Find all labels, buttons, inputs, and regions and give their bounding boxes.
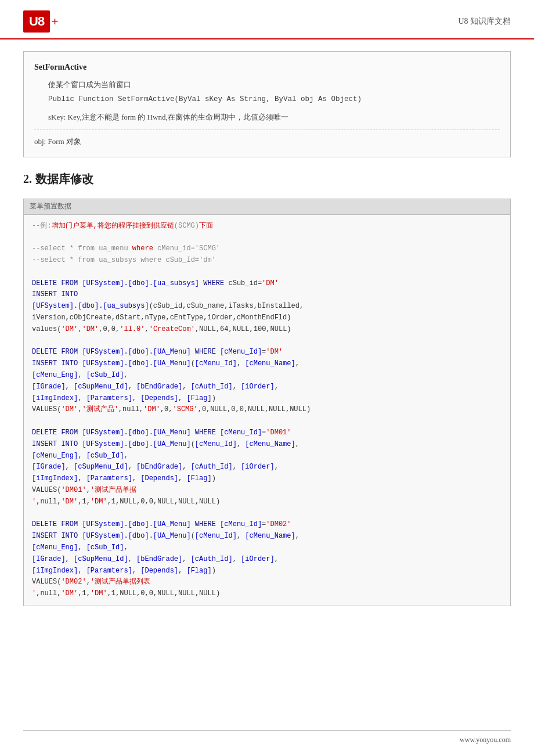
logo-plus: + — [51, 14, 59, 29]
section-2-heading: 2. 数据库修改 — [23, 171, 511, 187]
code-block-title: 菜单预置数据 — [24, 199, 510, 215]
footer-url: www.yonyou.com — [460, 736, 511, 744]
code-content: --例:增加门户菜单,将您的程序挂接到供应链(SCMG)下面 --select … — [24, 215, 510, 606]
code-block: 菜单预置数据 --例:增加门户菜单,将您的程序挂接到供应链(SCMG)下面 --… — [23, 199, 511, 606]
func-sig: Public Function SetFormActive(ByVal sKey… — [48, 93, 500, 106]
section-title: 数据库修改 — [35, 171, 93, 187]
logo-text: U8 — [23, 10, 50, 33]
param2: obj: Form 对象 — [34, 129, 500, 148]
func-desc: 使某个窗口成为当前窗口 — [48, 78, 500, 91]
func-name: SetFormActive — [34, 60, 500, 74]
info-box: SetFormActive 使某个窗口成为当前窗口 Public Functio… — [23, 51, 511, 157]
logo-block: U8+ — [23, 10, 59, 33]
footer: www.yonyou.com — [23, 730, 511, 744]
param1: sKey: Key,注意不能是 form 的 Hwnd,在窗体的生命周期中，此值… — [48, 110, 500, 124]
section-num: 2. — [23, 172, 32, 186]
header: U8+ U8 知识库文档 — [0, 0, 534, 39]
main-content: SetFormActive 使某个窗口成为当前窗口 Public Functio… — [0, 39, 534, 647]
header-title: U8 知识库文档 — [458, 16, 511, 27]
